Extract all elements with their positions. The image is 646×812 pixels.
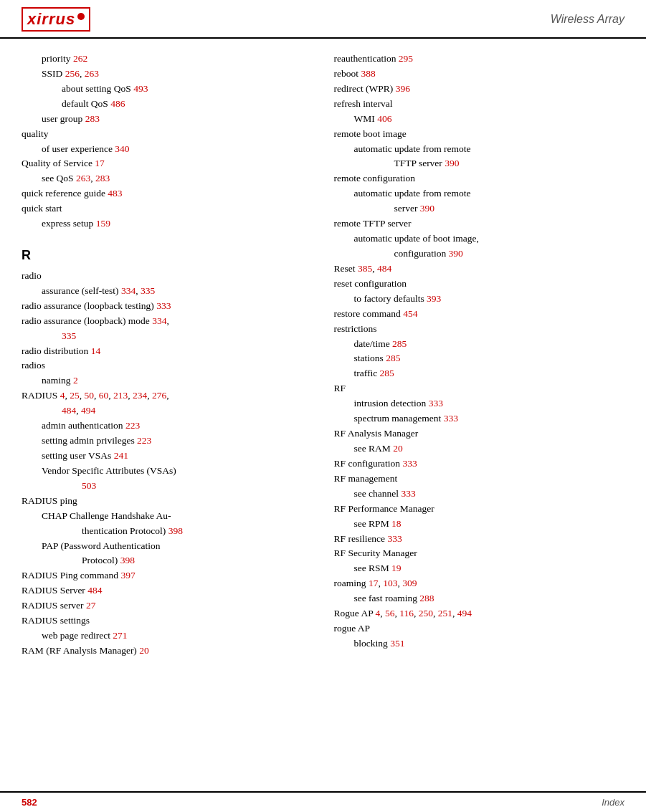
index-entry: Protocol) 398	[22, 553, 313, 568]
index-entry: of user experience 340	[22, 142, 313, 157]
index-link[interactable]: 503	[82, 480, 96, 491]
index-link[interactable]: 116	[399, 608, 414, 618]
index-link[interactable]: 27	[86, 600, 96, 611]
index-link[interactable]: 390	[449, 248, 463, 259]
index-entry: Vendor Specific Attributes (VSAs)	[22, 464, 313, 479]
index-link[interactable]: 251	[438, 608, 452, 618]
index-link[interactable]: 333	[387, 533, 402, 544]
index-link[interactable]: 256	[65, 68, 80, 79]
index-link[interactable]: 20	[393, 443, 403, 454]
index-link[interactable]: 159	[96, 218, 110, 229]
index-link[interactable]: 483	[108, 188, 122, 199]
index-link[interactable]: 17	[95, 158, 105, 168]
index-link[interactable]: 17	[369, 578, 379, 588]
index-link[interactable]: 493	[133, 83, 148, 94]
index-link[interactable]: 398	[120, 555, 135, 565]
index-link[interactable]: 406	[377, 113, 391, 124]
index-link[interactable]: 486	[110, 98, 125, 109]
index-link[interactable]: 484	[377, 263, 391, 274]
index-link[interactable]: 388	[361, 68, 375, 79]
index-entry: reset configuration	[334, 277, 625, 292]
index-link[interactable]: 285	[380, 368, 394, 378]
index-entry: user group 283	[22, 112, 313, 127]
index-link[interactable]: 103	[383, 578, 397, 588]
index-link[interactable]: 309	[402, 578, 417, 588]
index-link[interactable]: 390	[445, 158, 459, 168]
index-link[interactable]: 2	[73, 375, 78, 386]
index-entry: reauthentication 295	[334, 52, 625, 67]
index-link[interactable]: 494	[81, 405, 95, 416]
index-link[interactable]: 283	[95, 173, 110, 183]
index-link[interactable]: 263	[85, 68, 99, 79]
index-link[interactable]: 223	[125, 420, 140, 431]
index-link[interactable]: 333	[444, 413, 458, 424]
index-link[interactable]: 4	[376, 608, 381, 618]
index-link[interactable]: 4	[60, 390, 65, 401]
index-link[interactable]: 397	[120, 570, 135, 581]
index-link[interactable]: 285	[386, 353, 400, 363]
index-link[interactable]: 398	[168, 525, 183, 536]
index-link[interactable]: 333	[156, 300, 171, 311]
index-link[interactable]: 396	[396, 83, 410, 94]
index-link[interactable]: 19	[391, 563, 402, 573]
index-link[interactable]: 271	[113, 630, 127, 641]
index-link[interactable]: 295	[399, 53, 413, 64]
index-link[interactable]: 484	[87, 585, 102, 596]
index-link[interactable]: 340	[115, 143, 129, 154]
index-link[interactable]: 351	[390, 638, 404, 649]
index-link[interactable]: 276	[152, 390, 166, 401]
logo-dot	[77, 13, 85, 20]
index-link[interactable]: 283	[85, 113, 100, 124]
index-entry: configuration 390	[334, 247, 625, 262]
index-entry: RADIUS 4, 25, 50, 60, 213, 234, 276,	[22, 388, 313, 403]
index-entry: see channel 333	[334, 487, 625, 502]
index-link[interactable]: 56	[385, 608, 395, 618]
index-link[interactable]: 213	[113, 390, 128, 401]
index-entry: roaming 17, 103, 309	[334, 576, 625, 591]
index-entry: setting admin privileges 223	[22, 434, 313, 449]
index-entry: traffic 285	[334, 366, 625, 381]
index-link[interactable]: 250	[419, 608, 433, 618]
index-link[interactable]: 60	[99, 390, 109, 401]
index-link[interactable]: 333	[401, 488, 415, 499]
footer-section: Index	[602, 797, 624, 808]
index-entry: admin authentication 223	[22, 419, 313, 434]
index-link[interactable]: 385	[358, 263, 372, 274]
index-entry: CHAP Challenge Handshake Au-	[22, 509, 313, 524]
index-link[interactable]: 334	[121, 285, 136, 296]
index-link[interactable]: 20	[139, 645, 149, 656]
index-entry: PAP (Password Authentication	[22, 539, 313, 554]
index-link[interactable]: 18	[391, 518, 402, 529]
index-link[interactable]: 241	[114, 450, 128, 461]
index-link[interactable]: 223	[137, 435, 151, 446]
section-letter: R	[22, 246, 313, 266]
index-link[interactable]: 334	[152, 315, 166, 326]
index-link[interactable]: 494	[457, 608, 472, 618]
index-link[interactable]: 288	[419, 593, 434, 603]
index-link[interactable]: 25	[70, 390, 80, 401]
index-link[interactable]: 333	[403, 458, 417, 469]
page-number: 582	[22, 797, 37, 808]
index-link[interactable]: 335	[62, 330, 76, 341]
index-link[interactable]: 390	[420, 203, 434, 214]
index-link[interactable]: 484	[62, 405, 76, 416]
index-link[interactable]: 262	[73, 53, 87, 64]
index-link[interactable]: 14	[91, 345, 101, 356]
index-entry: RF Analysis Manager	[334, 426, 625, 441]
index-entry: express setup 159	[22, 216, 313, 231]
index-entry: RADIUS settings	[22, 613, 313, 629]
page-header: xirrus Wireless Array	[0, 0, 646, 39]
index-link[interactable]: 454	[403, 308, 417, 319]
index-link[interactable]: 333	[429, 398, 443, 409]
index-entry: WMI 406	[334, 112, 625, 127]
index-entry: see RAM 20	[334, 441, 625, 457]
index-link[interactable]: 335	[141, 285, 155, 296]
index-link[interactable]: 285	[392, 338, 407, 349]
index-link[interactable]: 50	[84, 390, 94, 401]
index-entry: RADIUS ping	[22, 494, 313, 509]
index-link[interactable]: 234	[133, 390, 147, 401]
index-entry: rogue AP	[334, 621, 625, 636]
index-link[interactable]: 263	[76, 173, 90, 183]
index-entry: automatic update from remote	[334, 186, 625, 201]
index-link[interactable]: 393	[427, 293, 441, 304]
